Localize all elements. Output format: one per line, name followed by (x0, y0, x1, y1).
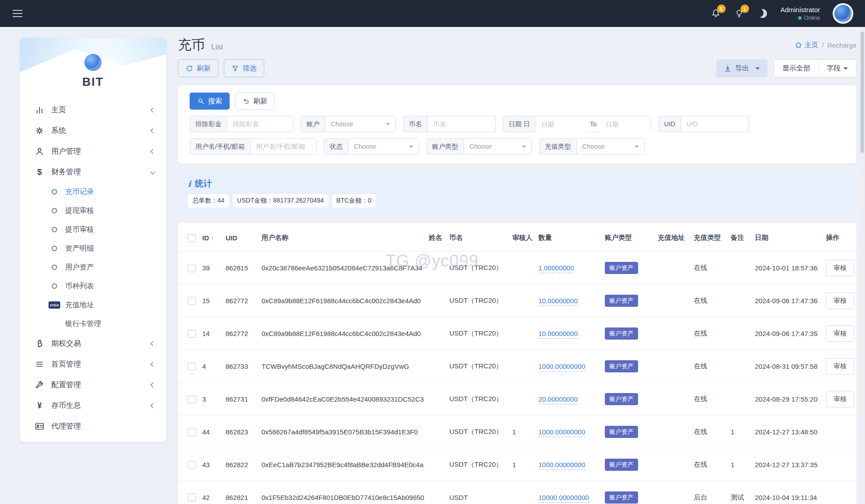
sidebar-item-label: 配置管理 (51, 380, 151, 390)
id-cell: 44 (199, 416, 222, 448)
audit-button[interactable]: 审核 (826, 325, 854, 342)
coin-cell: USDT（TRC20） (446, 284, 509, 317)
sidebar-subitem-label: 用户资产 (65, 263, 94, 272)
date-from-input[interactable] (536, 116, 586, 133)
sidebar-item-recharge-address[interactable]: VISA 充值地址 (20, 296, 166, 314)
row-checkbox[interactable] (188, 330, 196, 338)
sidebar-item-asset-details[interactable]: 资产明细 (20, 239, 166, 258)
avatar[interactable] (833, 3, 853, 24)
sidebar-item-bank-card[interactable]: 银行卡管理 (20, 314, 166, 333)
row-checkbox[interactable] (188, 297, 196, 305)
amount-link[interactable]: 20.00000000 (538, 395, 578, 404)
remark-cell (727, 252, 751, 284)
amount-link[interactable]: 10.00000000 (538, 330, 578, 339)
sidebar-item-home[interactable]: 主页 (20, 100, 166, 120)
amount-link[interactable]: 1.00000000 (538, 264, 574, 273)
chevron-left-icon (150, 107, 155, 112)
audit-button[interactable]: 审核 (826, 391, 854, 407)
auditor-cell (509, 317, 535, 350)
coin-cell: USDT（TRC20） (446, 252, 509, 284)
sidebar-subitem-label: 银行卡管理 (65, 319, 101, 329)
table-row: 448628230x566267a4df8549f5a3915E075B3b15… (178, 416, 856, 448)
account-type-select[interactable]: Choose (464, 138, 532, 155)
column-header: 数量 (535, 225, 601, 252)
user-status-label: Online (804, 14, 820, 22)
audit-button[interactable]: 审核 (826, 260, 854, 276)
menu-toggle-button[interactable] (13, 10, 22, 17)
account-select[interactable]: Choose (325, 116, 396, 132)
action-cell (822, 416, 856, 448)
amount-link[interactable]: 1000.00000000 (538, 428, 585, 437)
user-input[interactable] (250, 138, 317, 155)
date-to-input[interactable] (600, 116, 651, 133)
sidebar-item-coin-withdraw-review[interactable]: 提币审核 (20, 220, 166, 239)
checkbox-cell (178, 252, 199, 284)
recharge-type-select[interactable]: Choose (577, 138, 645, 155)
user-menu[interactable]: Administrator Online (781, 5, 820, 22)
sidebar-item-finance[interactable]: $ 财务管理 (20, 162, 166, 182)
audit-button[interactable]: 审核 (826, 358, 854, 375)
account-type-badge: 账户资产 (605, 491, 638, 504)
uid-input[interactable] (681, 116, 749, 132)
messages-button[interactable]: 1 (734, 8, 745, 19)
row-checkbox[interactable] (188, 428, 196, 436)
remark-cell (727, 383, 751, 416)
select-all-checkbox[interactable] (188, 234, 196, 242)
logo[interactable]: BIT (20, 54, 166, 89)
amount-link[interactable]: 10000.00000000 (538, 494, 589, 503)
sidebar-item-users[interactable]: 用户管理 (20, 141, 166, 162)
breadcrumb-home-link[interactable]: 主页 (795, 41, 818, 49)
reset-button[interactable]: 刷新 (235, 93, 275, 110)
sidebar-subitem-label: 充币记录 (65, 187, 94, 197)
sidebar-item-system[interactable]: 系统 (20, 120, 166, 141)
column-header: 账户类型 (601, 225, 654, 252)
show-all-button[interactable]: 显示全部 (774, 60, 818, 77)
column-header: 币名 (446, 225, 509, 252)
coin-cell: USDT（TRC20） (446, 448, 509, 481)
scrollbar-thumb[interactable] (861, 31, 864, 153)
amount-link[interactable]: 1000.00000000 (538, 461, 585, 470)
audit-button[interactable]: 审核 (826, 292, 854, 309)
row-checkbox[interactable] (188, 363, 196, 371)
theme-toggle-button[interactable] (757, 8, 768, 19)
checkbox-cell (178, 350, 199, 383)
scrollbar[interactable] (860, 27, 865, 504)
column-header[interactable]: ID↑ (199, 225, 222, 252)
row-checkbox[interactable] (188, 264, 196, 272)
user-icon (34, 147, 45, 156)
sidebar-item-withdraw-review[interactable]: 提现审核 (20, 201, 166, 220)
chevron-down-icon (843, 67, 848, 70)
sidebar-item-config-management[interactable]: 配置管理 (20, 375, 166, 395)
sidebar-item-agent-management[interactable]: 代理管理 (20, 416, 166, 437)
sidebar-item-coin-list[interactable]: 币种列表 (20, 277, 166, 296)
data-table-card: ID↑UID用户名称姓名币名审核人数量账户类型充值地址充值类型备注日期操作 39… (178, 223, 856, 504)
search-button[interactable]: 搜索 (190, 93, 230, 110)
chevron-down-icon (150, 169, 155, 174)
filter-button[interactable]: 筛选 (224, 59, 264, 77)
amount-link[interactable]: 1000.00000000 (538, 363, 585, 371)
sidebar-item-recharge-records[interactable]: 充币记录 (20, 182, 166, 201)
recharge-type-cell: 在线 (690, 284, 727, 317)
amount-link[interactable]: 10.00000000 (538, 297, 578, 306)
exclude-bonus-input[interactable] (227, 116, 293, 132)
row-checkbox[interactable] (188, 395, 196, 403)
coin-input[interactable] (427, 116, 496, 132)
filter-label: 状态 (324, 138, 348, 155)
row-checkbox[interactable] (188, 461, 196, 469)
fields-button[interactable]: 字段 (818, 60, 856, 77)
export-button[interactable]: 导出 (716, 59, 767, 77)
row-checkbox[interactable] (188, 494, 196, 502)
filter-user: 用户名/手机/邮箱 (190, 138, 317, 155)
account-type-cell: 账户资产 (601, 317, 654, 350)
amount-cell: 20.00000000 (535, 383, 601, 416)
filter-account-type: 账户类型 Choose (426, 138, 532, 155)
sidebar-item-options-trading[interactable]: 期权交易 (20, 333, 166, 354)
refresh-button[interactable]: 刷新 (178, 59, 218, 77)
notifications-button[interactable]: 5 (710, 8, 721, 19)
date-cell: 2024-12-27 13:37:35 (751, 448, 822, 481)
sidebar-item-coin-savings[interactable]: ¥ 存币生息 (20, 395, 166, 416)
sort-asc-icon: ↑ (211, 234, 214, 242)
status-select[interactable]: Choose (348, 138, 419, 155)
sidebar-item-user-assets[interactable]: 用户资产 (20, 258, 166, 277)
sidebar-item-homepage-management[interactable]: 首页管理 (20, 354, 166, 375)
